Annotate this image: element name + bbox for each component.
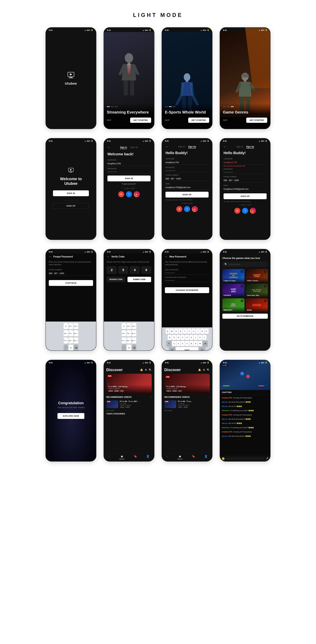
code-digit-4[interactable]: 6 <box>141 266 151 274</box>
key-e[interactable]: E <box>174 328 178 334</box>
key-k[interactable]: K <box>198 335 202 340</box>
favorite-icon[interactable]: ♥ <box>264 270 267 273</box>
skip-button[interactable]: SKIP <box>223 119 227 121</box>
back-arrow[interactable]: ← <box>107 146 110 149</box>
back-arrow[interactable]: ← <box>165 255 168 258</box>
key-8[interactable]: 8TUV <box>127 338 131 344</box>
back-arrow[interactable]: ← <box>224 145 226 148</box>
phone-input[interactable]: 088 - 667 - 3455 <box>224 178 267 182</box>
google-signup[interactable]: G <box>234 208 240 214</box>
search-bar[interactable]: 🔍 Search game... <box>222 262 268 267</box>
nav-home[interactable]: ⌂ <box>108 455 110 460</box>
instagram-signup[interactable]: ● <box>250 208 256 214</box>
back-arrow[interactable]: ← <box>49 255 51 258</box>
skip-button[interactable]: SKIP <box>107 119 111 121</box>
video-item-2[interactable]: LIVE KT vs SB - T1 vs... LCK Esport Leag… <box>164 400 210 408</box>
game-card-lol[interactable]: LEAGUEOFLEGENDS ♥ League of Legen... <box>222 269 245 282</box>
key-5[interactable]: 5JKL <box>127 330 131 336</box>
key-z[interactable]: Z <box>172 341 176 346</box>
tab-signup[interactable]: Sign Up <box>188 146 196 148</box>
favorite-icon[interactable]: ♥ <box>264 284 267 288</box>
tab-signup[interactable]: Sign Up <box>246 146 254 148</box>
key-g[interactable]: G <box>185 335 189 340</box>
nav-bookmark-2[interactable]: 🔖 <box>192 455 195 460</box>
tab-signin[interactable]: Sign In <box>236 146 243 148</box>
favorite-icon[interactable]: ♥ <box>241 270 244 273</box>
game-card-minecraft[interactable]: MINECRAFT ♥ MINECRAFT <box>222 298 245 312</box>
key-s[interactable]: S <box>172 335 176 340</box>
password-input[interactable]: •••••••••••••• <box>165 169 209 172</box>
phone-input[interactable]: 088 - 667 - 3455 <box>49 271 93 276</box>
featured-video-card[interactable]: LIVE T1 vs DWG - LCK Spring... League of… <box>106 374 152 393</box>
get-started-button[interactable]: GET STARTED <box>130 118 151 123</box>
key-w[interactable]: W <box>170 328 174 334</box>
key-i[interactable]: I <box>196 328 200 334</box>
submit-code-button[interactable]: SUBMIT CODE <box>127 277 151 282</box>
key-4[interactable]: 4GHI <box>122 330 126 336</box>
mic-icon[interactable]: 🎤 <box>266 457 269 460</box>
google-signin[interactable]: G <box>118 191 124 197</box>
signup-button[interactable]: SIGN UP <box>53 203 89 209</box>
section-arrow-icon[interactable]: › <box>151 396 152 398</box>
nav-profile[interactable]: 👤 <box>146 455 149 460</box>
key-d[interactable]: D <box>176 335 180 340</box>
key-backspace[interactable]: ⌫ <box>202 341 208 346</box>
game-card-warzone[interactable]: CALL OF DUTYWAR ZONE ♥ Call of Duty: War… <box>246 284 268 297</box>
get-started-button[interactable]: GET STARTED <box>188 118 209 123</box>
instagram-signin[interactable]: ● <box>134 191 140 197</box>
search-icon[interactable]: 🔍 <box>207 368 210 371</box>
key-0[interactable]: 0 <box>69 344 73 351</box>
confirm-input[interactable]: •••••••••••••• <box>165 279 209 282</box>
change-password-button[interactable]: CHANGE PASSWORD <box>165 287 209 293</box>
nav-discover[interactable]: ◉ Discover <box>119 455 124 460</box>
key-delete[interactable]: ⌫ <box>74 344 78 351</box>
code-digit-1[interactable]: 2 <box>107 266 117 274</box>
facebook-signin[interactable]: f <box>126 191 132 197</box>
key-p[interactable]: P <box>205 328 209 334</box>
nav-discover-2[interactable]: ◉ Discover <box>177 455 183 460</box>
emoji-icon[interactable]: 😊 <box>222 457 225 460</box>
signup-button[interactable]: SIGN UP <box>224 193 267 199</box>
signin-button[interactable]: SIGN IN <box>107 176 151 181</box>
email-input[interactable]: trunghieu1794@gmail.com <box>165 185 209 190</box>
go-home-button[interactable]: GO TO HOMEPAGE <box>222 314 268 319</box>
key-j[interactable]: J <box>194 335 198 340</box>
google-signup[interactable]: G <box>176 206 182 212</box>
username-input[interactable]: trunghieu1794 <box>224 160 267 164</box>
key-star[interactable]: * <box>64 344 68 351</box>
key-5[interactable]: 5JKL <box>69 330 73 336</box>
favorite-icon[interactable]: ♥ <box>241 284 244 288</box>
key-3[interactable]: 3DEF <box>132 323 136 329</box>
key-shift[interactable]: ⬆ <box>166 341 172 346</box>
nav-profile-2[interactable]: 👤 <box>204 455 208 460</box>
notification-icon[interactable]: 🔔 <box>140 368 143 371</box>
game-card-csgo[interactable]: COUNTERSTRIKE ♥ CSGO: Counter ... <box>246 269 268 282</box>
key-1[interactable]: 1 <box>122 323 126 329</box>
facebook-signup[interactable]: f <box>242 208 248 214</box>
nav-bookmark[interactable]: 🔖 <box>134 455 137 460</box>
settings-icon[interactable]: ⚙ <box>145 368 147 371</box>
key-9[interactable]: 9WXYZ <box>74 338 78 344</box>
code-digit-3[interactable]: 4 <box>130 266 140 274</box>
key-7[interactable]: 7PQRS <box>64 338 68 344</box>
key-delete[interactable]: ⌫ <box>132 344 136 351</box>
nav-home-2[interactable]: ⌂ <box>167 455 168 460</box>
key-c[interactable]: C <box>181 341 185 346</box>
signin-button[interactable]: SIGN IN <box>53 190 89 196</box>
key-y[interactable]: Y <box>187 328 191 334</box>
key-4[interactable]: 4GHI <box>64 330 68 336</box>
new-pass-input[interactable]: •••••••••••••• <box>165 271 209 274</box>
explore-now-button[interactable]: EXPLORE NOW <box>57 413 84 419</box>
key-space[interactable]: space <box>176 347 198 351</box>
key-go[interactable]: Go <box>199 347 205 351</box>
tab-signup[interactable]: Sign Up <box>130 146 138 149</box>
game-card-fortnite[interactable]: FORTNITE ♥ FORTNITE <box>222 284 245 297</box>
featured-video-card[interactable]: LIVE T1 vs DWG - LCK Spring... League of… <box>164 374 210 393</box>
key-x[interactable]: X <box>176 341 180 346</box>
signup-button[interactable]: SIGN UP <box>165 192 209 198</box>
key-m[interactable]: M <box>198 341 202 346</box>
back-arrow[interactable]: ← <box>107 255 109 258</box>
facebook-signup[interactable]: f <box>184 206 190 212</box>
key-0[interactable]: 0 <box>127 344 131 351</box>
video-item[interactable]: LIVE KT vs SB - T1 vs. GRF ... LCK Espor… <box>106 400 152 408</box>
